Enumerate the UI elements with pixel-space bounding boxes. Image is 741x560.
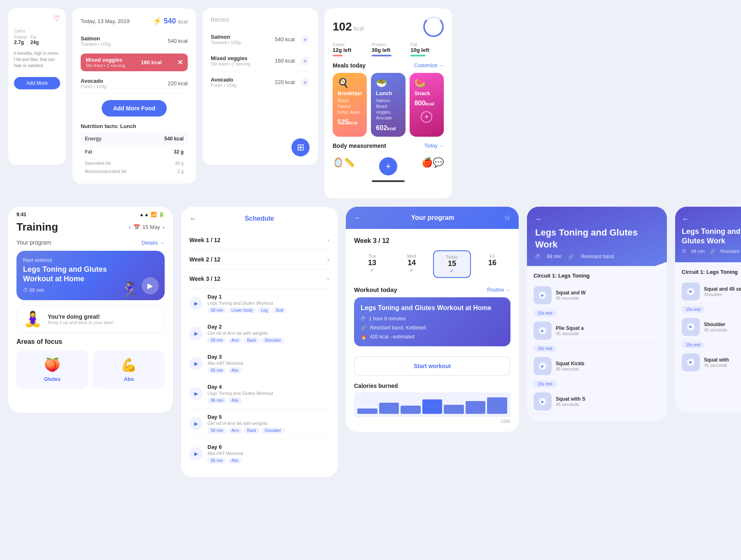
snack-add-button[interactable]: + <box>421 111 432 123</box>
fab-add-button[interactable]: + <box>379 157 397 175</box>
add-more-food-button[interactable]: Add More Food <box>102 100 167 117</box>
next-date-button[interactable]: › <box>163 224 165 231</box>
day-1-tags: 68 min Lower body Leg Butt <box>207 307 329 313</box>
carbs-bar <box>333 55 343 56</box>
wifi-icon: ▲▲ <box>139 212 149 217</box>
prev-date-button[interactable]: ‹ <box>129 224 131 231</box>
day-1-tag-3: Butt <box>273 307 287 313</box>
workout-back-button[interactable]: ← <box>535 215 543 223</box>
card-your-program: ← Your program ☆ Week 3 / 12 Tue 13 ✓ We… <box>346 207 519 432</box>
heart-icon[interactable]: ♡ <box>54 14 60 23</box>
day-2-duration: 58 min <box>207 337 226 343</box>
partial-ex-3-thumb[interactable]: ▶ <box>682 353 700 371</box>
abs-icon: 💪 <box>121 357 137 373</box>
exercise-2-info: Plie Squat a 45 seconds <box>556 325 584 336</box>
schedule-title: Schedule <box>245 215 274 222</box>
lunch-card[interactable]: 🥗 Lunch Salmon, Mixed veggies, Avocado 6… <box>371 73 405 137</box>
program-back-button[interactable]: ← <box>354 214 361 222</box>
next-workout-card[interactable]: Next workout Legs Toning and Glutes Work… <box>16 251 165 300</box>
add-veggies-button[interactable]: + <box>301 56 310 65</box>
day-5-tag-1: Arm <box>228 427 242 434</box>
body-today-link[interactable]: Today → <box>424 143 444 149</box>
day-3-duration: 66 min <box>207 367 226 373</box>
date-fri[interactable]: Fri 16 <box>474 250 510 278</box>
exercise-3-thumb[interactable]: ▶ <box>534 357 552 375</box>
exercise-3-play[interactable]: ▶ <box>539 362 546 370</box>
body-icon-3[interactable]: 🍎 <box>422 157 433 175</box>
day-1-title: Day 1 <box>207 294 329 300</box>
partial-ex-2-thumb[interactable]: ▶ <box>682 318 700 336</box>
next-workout-title: Legs Toning and Glutes Workout at Home <box>23 265 111 284</box>
schedule-back-button[interactable]: ← <box>189 215 197 223</box>
partial-back-button[interactable]: ← <box>682 215 689 223</box>
partial-ex-1-play[interactable]: ▶ <box>687 288 694 295</box>
card-food-partial-left: ♡ Carbs Protein 2.7g Fat 24g b benefits,… <box>8 8 66 165</box>
meals-today-label: Meals today <box>333 62 366 69</box>
breakfast-card[interactable]: 🍳 Breakfast Bread, Peanut butter, Apple … <box>333 73 367 137</box>
card-recent-foods: Recent Salmon Toasted • 100g 540 kcal + … <box>203 8 318 165</box>
exercise-2-thumb[interactable]: ▶ <box>534 322 552 340</box>
meta-equipment-text: Resistant band <box>581 254 614 259</box>
partial-ex-3-play[interactable]: ▶ <box>687 359 694 366</box>
r-salmon-desc: Toasted • 100g <box>211 40 241 45</box>
week-3-row[interactable]: Week 3 / 12 › <box>189 269 329 289</box>
recent-item-veggies: Mixed veggies Stir-fried • 1 serving 160… <box>211 50 310 72</box>
day-4-title: Day 4 <box>207 384 329 390</box>
add-avocado-button[interactable]: + <box>301 78 310 87</box>
recent-fab-button[interactable]: ⊞ <box>291 138 310 156</box>
week-1-label: Week 1 / 12 <box>189 237 220 243</box>
exercise-1-rest: 15s rest <box>534 308 660 318</box>
week-1-row[interactable]: Week 1 / 12 › <box>189 231 329 250</box>
partial-ex-1-thumb[interactable]: ▶ <box>682 282 700 301</box>
glutes-icon: 🍑 <box>44 357 61 373</box>
date-wed[interactable]: Wed 14 ✓ <box>394 250 430 278</box>
date-today[interactable]: Today 15 ✓ <box>433 250 471 278</box>
calories-max-label: 1000 <box>354 419 510 424</box>
exercise-4-thumb[interactable]: ▶ <box>534 392 552 411</box>
exercise-1-thumb[interactable]: ▶ <box>534 286 552 304</box>
day-4-play-button[interactable]: ▶ <box>189 387 203 400</box>
partial-ex-2-play[interactable]: ▶ <box>687 323 694 331</box>
glutes-area-card[interactable]: 🍑 Glutes <box>16 350 88 389</box>
delete-icon[interactable]: ✕ <box>177 58 183 66</box>
day-5-play-button[interactable]: ▶ <box>189 417 203 430</box>
food-item-veggies-deleted: Mixed veggies Stir-fried • 1 serving 160… <box>81 54 188 71</box>
card-partial-right: ← Legs Toning and Glutes Work ⏱ 68 min 🔗… <box>675 207 741 413</box>
day-6-play-button[interactable]: ▶ <box>189 447 203 460</box>
details-link[interactable]: Details → <box>142 240 165 246</box>
exercise-1-play[interactable]: ▶ <box>539 292 546 299</box>
exercise-1-row: ▶ Squat and W 45 seconds <box>534 283 660 308</box>
day-4-tags: 86 min Abs <box>207 397 329 404</box>
add-salmon-button[interactable]: + <box>301 35 310 44</box>
body-icon-1[interactable]: 🪞 <box>333 157 344 175</box>
week-2-row[interactable]: Week 2 / 12 › <box>189 250 329 269</box>
program-star-button[interactable]: ☆ <box>504 213 510 222</box>
play-workout-button[interactable]: ▶ <box>142 277 159 294</box>
r-avocado-kcal: 220 kcal <box>275 79 295 85</box>
day-3-play-button[interactable]: ▶ <box>189 357 203 370</box>
exercise-2-play[interactable]: ▶ <box>539 327 546 334</box>
abs-area-card[interactable]: 💪 Abs <box>93 350 165 389</box>
body-icon-4[interactable]: 💬 <box>433 157 444 175</box>
add-more-button[interactable]: Add More <box>14 77 60 89</box>
lunch-kcal: 602kcal <box>376 124 400 132</box>
nf-mono-label: Monounsaturated fat <box>85 169 126 174</box>
day-5-subtitle: Get rid of Arm fat with weights <box>207 421 329 426</box>
customize-link[interactable]: Customize → <box>414 63 444 68</box>
workout-today-card: Legs Toning and Glutes Workout at Home ⏱… <box>354 297 510 346</box>
start-workout-button[interactable]: Start workout <box>354 356 510 376</box>
week-1-chevron: › <box>327 236 329 244</box>
snack-kcal: 800kcal <box>415 100 439 107</box>
day-3-tags: 66 min Abs <box>207 367 329 373</box>
date-tue[interactable]: Tue 13 ✓ <box>354 250 390 278</box>
body-icon-2[interactable]: 📏 <box>344 157 355 175</box>
exercise-4-play[interactable]: ▶ <box>539 398 546 405</box>
day-1-play-button[interactable]: ▶ <box>189 297 203 310</box>
great-title: You're doing great! <box>48 313 114 320</box>
snack-title: Snack <box>415 90 439 96</box>
snack-card[interactable]: 🍉 Snack 800kcal + <box>410 73 444 137</box>
partial-meta: ⏱ 68 min 🔗 Resistant band <box>682 249 741 254</box>
day-6-tags: 66 min Abs <box>207 457 329 464</box>
day-2-play-button[interactable]: ▶ <box>189 327 203 340</box>
routine-link[interactable]: Routine → <box>487 287 510 293</box>
